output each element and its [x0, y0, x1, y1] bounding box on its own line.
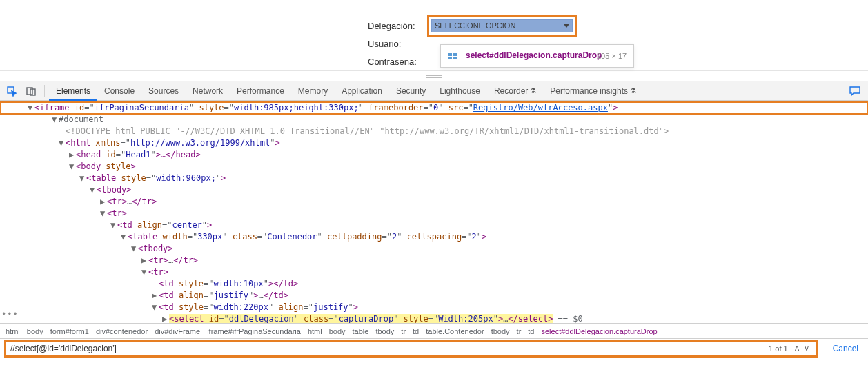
chevron-down-icon [564, 24, 569, 28]
tab-performance[interactable]: Performance [230, 81, 291, 100]
search-count: 1 of 1 [769, 344, 788, 353]
crumb-item-selected[interactable]: select#ddlDelegacion.capturaDrop [542, 327, 658, 335]
delegacion-row: Delegación: SELECCIONE OPCION [368, 17, 577, 35]
ddl-delegacion[interactable]: SELECCIONE OPCION [431, 19, 573, 32]
dom-node[interactable]: ▼<body style> [14, 161, 868, 173]
disclosure-arrow[interactable]: ▶ [162, 313, 169, 323]
crumb-item[interactable]: html [308, 327, 322, 335]
crumb-item[interactable]: tr [401, 327, 406, 335]
dom-node-selected[interactable]: ▶<select id="ddlDelegacion" class="captu… [14, 313, 868, 323]
dom-node[interactable]: ▼<tbody> [14, 184, 868, 196]
crumb-item[interactable]: td [413, 327, 419, 335]
dom-node[interactable]: ▼#document [14, 114, 868, 126]
disclosure-arrow[interactable]: ▶ [69, 149, 76, 161]
dom-node[interactable]: <td style="width:10px"></td> [14, 278, 868, 290]
search-input[interactable] [10, 344, 769, 353]
crumb-item[interactable]: td [528, 327, 534, 335]
search-prev-button[interactable]: ᐱ [792, 344, 802, 353]
dom-node[interactable]: ▼<tr> [14, 266, 868, 278]
disclosure-arrow[interactable]: ▼ [59, 137, 66, 149]
crumb-item[interactable]: div#divFrame [155, 327, 200, 335]
dom-node[interactable]: <!DOCTYPE html PUBLIC "-//W3C//DTD XHTML… [14, 126, 868, 137]
devtools-toolbar: Elements Console Sources Network Perform… [0, 81, 868, 101]
dom-node[interactable]: ▶<tr>…</tr> [14, 255, 868, 266]
flex-icon [448, 50, 459, 61]
cancel-button[interactable]: Cancel [823, 344, 868, 353]
disclosure-arrow[interactable]: ▼ [131, 243, 138, 255]
disclosure-arrow[interactable]: ▼ [28, 102, 34, 114]
breadcrumb[interactable]: html body form#form1 div#contenedor div#… [0, 323, 868, 338]
tooltip-selector: select#ddlDelegacion.capturaDrop [466, 50, 590, 61]
element-tooltip: select#ddlDelegacion.capturaDrop 205 × 1… [440, 44, 634, 68]
beaker-icon: ⚗ [530, 87, 536, 95]
drag-handle[interactable] [0, 70, 868, 81]
beaker-icon: ⚗ [630, 87, 636, 95]
tab-lighthouse[interactable]: Lighthouse [433, 81, 487, 100]
highlight-box: SELECCIONE OPCION [427, 15, 577, 37]
dom-node[interactable]: ▼<table width="330px" class="Contenedor"… [14, 231, 868, 243]
tab-memory[interactable]: Memory [291, 81, 335, 100]
search-nav: ᐱ ᐯ [792, 344, 811, 353]
crumb-item[interactable]: table.Contenedor [426, 327, 484, 335]
usuario-label: Usuario: [368, 39, 427, 49]
overflow-dots[interactable]: ••• [1, 309, 19, 320]
disclosure-arrow[interactable]: ▼ [52, 114, 59, 126]
dom-tree[interactable]: ▼<iframe id="ifrPaginaSecundaria" style=… [0, 101, 868, 323]
disclosure-arrow[interactable]: ▼ [69, 161, 76, 173]
crumb-item[interactable]: tr [517, 327, 522, 335]
crumb-item[interactable]: html [6, 327, 20, 335]
disclosure-arrow[interactable]: ▼ [90, 184, 97, 196]
dom-node[interactable]: ▼<td align="center"> [14, 219, 868, 231]
search-box-highlight: 1 of 1 ᐱ ᐯ [4, 340, 818, 358]
crumb-item[interactable]: iframe#ifrPaginaSecundaria [207, 327, 301, 335]
disclosure-arrow[interactable]: ▼ [121, 231, 128, 243]
inspect-element-button[interactable] [3, 83, 21, 99]
page-preview: Delegación: SELECCIONE OPCION Usuario: C… [0, 0, 868, 70]
disclosure-arrow[interactable]: ▶ [100, 196, 107, 208]
search-next-button[interactable]: ᐯ [802, 344, 811, 353]
ddl-text: SELECCIONE OPCION [435, 21, 515, 30]
crumb-item[interactable]: div#contenedor [96, 327, 148, 335]
tab-network[interactable]: Network [186, 81, 230, 100]
tooltip-dimensions: 205 × 17 [597, 52, 627, 60]
devtools-tabs: Elements Console Sources Network Perform… [49, 81, 643, 100]
disclosure-arrow[interactable]: ▼ [79, 173, 86, 184]
device-toggle-button[interactable] [22, 83, 40, 99]
crumb-item[interactable]: tbody [375, 327, 394, 335]
dom-node[interactable]: ▶<tr>…</tr> [14, 196, 868, 208]
feedback-icon[interactable] [849, 85, 861, 97]
tab-elements[interactable]: Elements [49, 81, 97, 100]
disclosure-arrow[interactable]: ▼ [141, 266, 148, 278]
crumb-item[interactable]: tbody [491, 327, 510, 335]
dom-search-bar: 1 of 1 ᐱ ᐯ Cancel [0, 338, 868, 358]
disclosure-arrow[interactable]: ▶ [152, 290, 159, 302]
dom-node-iframe[interactable]: ▼<iframe id="ifrPaginaSecundaria" style=… [0, 102, 868, 114]
disclosure-arrow[interactable]: ▶ [141, 255, 148, 266]
dom-node[interactable]: ▼<tbody> [14, 243, 868, 255]
dom-node[interactable]: ▼<td style="width:220px" align="justify"… [14, 302, 868, 313]
dom-node[interactable]: ▶<td align="justify">…</td> [14, 290, 868, 302]
dom-node[interactable]: ▶<head id="Head1">…</head> [14, 149, 868, 161]
delegacion-label: Delegación: [368, 21, 427, 31]
dom-node[interactable]: ▼<table style="width:960px;"> [14, 173, 868, 184]
tab-recorder[interactable]: Recorder⚗ [487, 81, 543, 100]
contrasena-label: Contraseña: [368, 57, 427, 67]
crumb-item[interactable]: table [353, 327, 369, 335]
tab-sources[interactable]: Sources [141, 81, 186, 100]
dom-node[interactable]: ▼<html xmlns="http://www.w3.org/1999/xht… [14, 137, 868, 149]
tab-application[interactable]: Application [335, 81, 389, 100]
separator [44, 85, 45, 97]
crumb-item[interactable]: body [329, 327, 346, 335]
dom-node[interactable]: ▼<tr> [14, 208, 868, 219]
drag-lines-icon [426, 75, 442, 78]
tab-perf-insights[interactable]: Performance insights⚗ [543, 81, 643, 100]
crumb-item[interactable]: form#form1 [50, 327, 89, 335]
tab-console[interactable]: Console [97, 81, 141, 100]
crumb-item[interactable]: body [27, 327, 43, 335]
disclosure-arrow[interactable]: ▼ [152, 302, 159, 313]
tab-security[interactable]: Security [389, 81, 433, 100]
disclosure-arrow[interactable]: ▼ [100, 208, 107, 219]
disclosure-arrow[interactable]: ▼ [110, 219, 117, 231]
